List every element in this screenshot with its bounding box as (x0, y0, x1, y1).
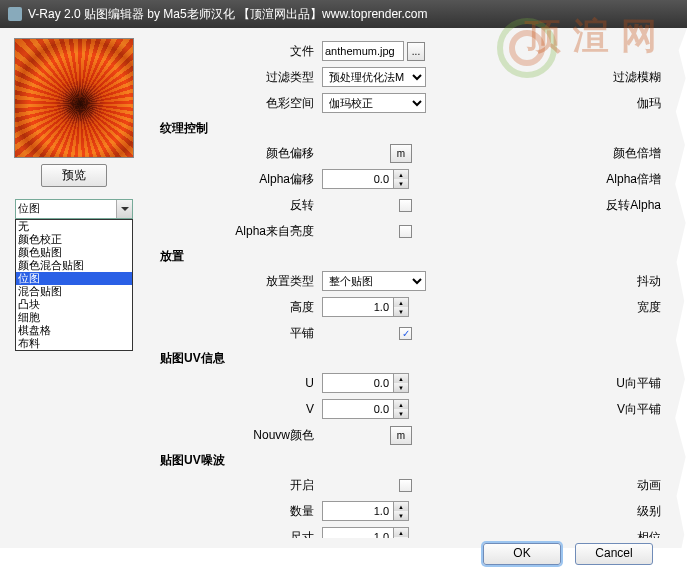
torn-edge-bottom (0, 569, 687, 585)
v-spinner[interactable]: ▲▼ (322, 399, 409, 419)
sidebar: 预览 位图 无颜色校正颜色贴图颜色混合贴图位图混合贴图凸块细胞棋盘格布料 (10, 38, 138, 538)
section-noise: 贴图UV噪波 (160, 450, 671, 470)
height-label: 高度 (152, 299, 322, 316)
titlebar: V-Ray 2.0 贴图编辑器 by Ma5老师汉化 【顶渲网出品】www.to… (0, 0, 687, 28)
spin-up-icon[interactable]: ▲ (394, 170, 408, 179)
nouvw-label: Nouvw颜色 (152, 427, 322, 444)
list-item[interactable]: 无 (16, 220, 132, 233)
noise-amt-spinner[interactable]: ▲▼ (322, 501, 409, 521)
noise-on-checkbox[interactable] (399, 479, 412, 492)
phase-label: 相位 (432, 529, 671, 539)
noise-amt-label: 数量 (152, 503, 322, 520)
u-tile-label: U向平铺 (432, 375, 671, 392)
list-item[interactable]: 细胞 (16, 311, 132, 324)
height-spinner[interactable]: ▲▼ (322, 297, 409, 317)
list-item[interactable]: 棋盘格 (16, 324, 132, 337)
list-item[interactable]: 颜色贴图 (16, 246, 132, 259)
noise-size-label: 尺寸 (152, 529, 322, 539)
gamma-label: 伽玛 (432, 95, 671, 112)
noise-size-spinner[interactable]: ▲▼ (322, 527, 409, 538)
list-item[interactable]: 颜色混合贴图 (16, 259, 132, 272)
tile-checkbox[interactable]: ✓ (399, 327, 412, 340)
colorspace-select[interactable]: 伽玛校正 (322, 93, 426, 113)
alpha-from-lum-label: Alpha来自亮度 (152, 223, 322, 240)
file-browse-button[interactable]: ... (407, 42, 425, 61)
filter-label: 过滤类型 (152, 69, 322, 86)
nouvw-button[interactable]: m (390, 426, 412, 445)
u-label: U (152, 376, 322, 390)
filter-select[interactable]: 预处理优化法M (322, 67, 426, 87)
alpha-offset-spinner[interactable]: ▲▼ (322, 169, 409, 189)
preview-image (14, 38, 134, 158)
tile-label: 平铺 (152, 325, 322, 342)
alpha-offset-label: Alpha偏移 (152, 171, 322, 188)
list-item[interactable]: 混合贴图 (16, 285, 132, 298)
anim-label: 动画 (432, 477, 671, 494)
section-uv: 贴图UV信息 (160, 348, 671, 368)
color-offset-button[interactable]: m (390, 144, 412, 163)
color-mult-label: 颜色倍增 (432, 145, 671, 162)
preview-button[interactable]: 预览 (41, 164, 107, 187)
invert-label: 反转 (152, 197, 322, 214)
main-panel: 文件 ... 过滤类型 预处理优化法M 过滤模糊 色彩空间 伽玛校正 伽玛 纹理… (152, 38, 677, 538)
v-tile-label: V向平铺 (432, 401, 671, 418)
combo-value: 位图 (18, 202, 40, 214)
noise-on-label: 开启 (152, 477, 322, 494)
list-item[interactable]: 凸块 (16, 298, 132, 311)
ok-button[interactable]: OK (483, 543, 561, 565)
cancel-button[interactable]: Cancel (575, 543, 653, 565)
section-placement: 放置 (160, 246, 671, 266)
alpha-mult-label: Alpha倍增 (432, 171, 671, 188)
file-label: 文件 (152, 43, 322, 60)
place-type-select[interactable]: 整个贴图 (322, 271, 426, 291)
window-title: V-Ray 2.0 贴图编辑器 by Ma5老师汉化 【顶渲网出品】www.to… (28, 6, 427, 23)
list-item[interactable]: 布料 (16, 337, 132, 350)
list-item[interactable]: 位图 (16, 272, 132, 285)
chevron-down-icon (121, 207, 129, 211)
combo-arrow[interactable] (116, 200, 132, 218)
place-type-label: 放置类型 (152, 273, 322, 290)
app-icon (8, 7, 22, 21)
invert-alpha-label: 反转Alpha (432, 197, 671, 214)
alpha-from-lum-checkbox[interactable] (399, 225, 412, 238)
jitter-label: 抖动 (432, 273, 671, 290)
invert-checkbox[interactable] (399, 199, 412, 212)
map-type-combo[interactable]: 位图 (15, 199, 133, 219)
map-type-list[interactable]: 无颜色校正颜色贴图颜色混合贴图位图混合贴图凸块细胞棋盘格布料 (15, 219, 133, 351)
section-texture: 纹理控制 (160, 118, 671, 138)
color-offset-label: 颜色偏移 (152, 145, 322, 162)
level-label: 级别 (432, 503, 671, 520)
u-spinner[interactable]: ▲▼ (322, 373, 409, 393)
file-field[interactable] (322, 41, 404, 61)
filter-blur-label: 过滤模糊 (432, 69, 671, 86)
colorspace-label: 色彩空间 (152, 95, 322, 112)
list-item[interactable]: 颜色校正 (16, 233, 132, 246)
width-label: 宽度 (432, 299, 671, 316)
dialog-footer: OK Cancel (483, 543, 653, 565)
v-label: V (152, 402, 322, 416)
spin-down-icon[interactable]: ▼ (394, 179, 408, 188)
